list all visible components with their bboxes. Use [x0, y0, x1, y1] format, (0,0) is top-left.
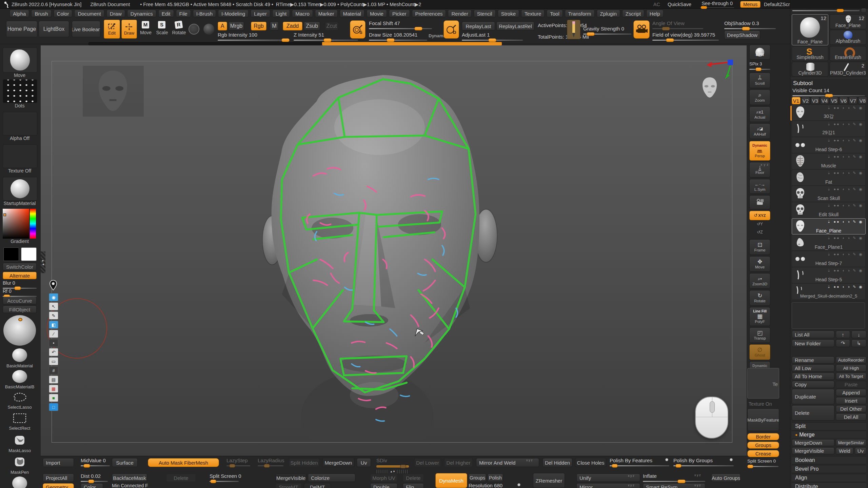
- zoom-button[interactable]: ⌕ Zoom: [749, 89, 770, 105]
- subtool-item-7-selected[interactable]: ⇣ ●● ◖ ◑ ✎ ◉ Face_Plane: [792, 218, 866, 235]
- del-all-button[interactable]: Del All: [836, 413, 866, 421]
- rotate3d-button[interactable]: ↻ Rotate: [749, 290, 770, 306]
- menu-preferences[interactable]: Preferences: [412, 10, 446, 17]
- delete-subtool-button[interactable]: Delete: [792, 405, 834, 421]
- brush-pin-icon[interactable]: [49, 280, 57, 291]
- local-y-button[interactable]: ↺Y: [749, 222, 770, 226]
- left-tray-item-basicmaterialb[interactable]: BasicMaterialB: [3, 370, 37, 390]
- menu-tool[interactable]: Tool: [547, 10, 563, 17]
- obj-shadow-slider[interactable]: ObjShadow 0.3: [724, 20, 776, 29]
- border-button[interactable]: Border: [747, 433, 779, 440]
- tray-slider-end-button[interactable]: [861, 8, 866, 13]
- tab-v5[interactable]: V5: [830, 97, 839, 104]
- menu-imodeling[interactable]: I-Modeling: [218, 10, 249, 17]
- actual-button[interactable]: ⌕x1 Actual: [749, 106, 770, 122]
- polish-bottom-button[interactable]: Polish: [488, 474, 503, 482]
- move3d-button[interactable]: ✥ Move: [749, 256, 770, 272]
- accucurve-button[interactable]: AccuCurve: [3, 297, 37, 304]
- mask-by-feature-button[interactable]: MaskByFeature: [747, 409, 779, 431]
- quickpick-pm3d-cylinder3[interactable]: 2 PM3D_Cylinder3: [830, 62, 866, 77]
- mirror-xyz-hint[interactable]: x y z: [628, 484, 634, 487]
- lightbox-progress-bar[interactable]: [322, 42, 502, 45]
- all-to-home-button[interactable]: All To Home: [792, 373, 834, 380]
- visible-count-slider[interactable]: Visible Count 14: [792, 87, 865, 96]
- insert-button[interactable]: Insert: [836, 397, 866, 404]
- all-to-target-button[interactable]: All To Target: [836, 373, 866, 380]
- menu-render[interactable]: Render: [448, 10, 471, 17]
- bevel-pro-section[interactable]: Bevel Pro: [792, 465, 866, 472]
- menu-marker[interactable]: Marker: [315, 10, 338, 17]
- del-mt-button[interactable]: DelMT: [304, 483, 331, 488]
- subtool-item-2[interactable]: ⇣ ●● ◖ ◑ ✎ ◉ Head Step-6: [792, 137, 866, 153]
- texture-thumbnail[interactable]: Te: [747, 368, 779, 399]
- flip-button[interactable]: Flip: [403, 483, 424, 488]
- zoom3d-button[interactable]: ⌕▪ Zoom3D: [749, 273, 770, 289]
- quickpick-face-plane-selected[interactable]: 12 Face_Plane: [792, 14, 828, 45]
- dist-slider[interactable]: Dist 0.02: [81, 473, 108, 482]
- merge-down-button[interactable]: MergeDown: [792, 439, 834, 446]
- zremesher-button[interactable]: ZRemesher: [533, 473, 565, 488]
- midvalue-slider[interactable]: MidValue 0: [81, 458, 110, 466]
- groups-button[interactable]: Groups: [747, 442, 779, 449]
- left-tray-item-masklasso[interactable]: MaskLasso: [3, 433, 37, 453]
- rf-slider[interactable]: Rf 0: [3, 288, 37, 297]
- zadd-button[interactable]: Zadd: [283, 22, 302, 30]
- aahalf-button[interactable]: ⌕◪ AAHalf: [749, 123, 770, 139]
- secondary-color-swatch[interactable]: [21, 247, 37, 261]
- list-all-button[interactable]: List All: [792, 331, 834, 338]
- menu-dynamics[interactable]: Dynamics: [127, 10, 156, 17]
- menu-macro[interactable]: Macro: [292, 10, 313, 17]
- menu-material[interactable]: Material: [340, 10, 364, 17]
- blue-swatch-icon[interactable]: □: [49, 403, 58, 411]
- zsub-button[interactable]: Zsub: [304, 22, 320, 30]
- menu-document[interactable]: Document: [74, 10, 104, 17]
- backface-mask-button[interactable]: BackfaceMask: [112, 474, 147, 482]
- local-z-button[interactable]: ↺Z: [749, 230, 770, 235]
- merge-down-bottom-button[interactable]: MergeDown: [322, 458, 355, 467]
- live-boolean-button[interactable]: Live Boolean: [72, 21, 100, 37]
- gravity-pencil-icon[interactable]: [567, 20, 580, 39]
- del-hidden-button[interactable]: Del Hidden: [542, 458, 572, 467]
- main-color-swatch[interactable]: [3, 247, 19, 261]
- quickpick-eraserbrush[interactable]: EraserBrush: [830, 46, 866, 61]
- menu-stroke[interactable]: Stroke: [498, 10, 519, 17]
- switch-color-button[interactable]: SwitchColor: [3, 263, 37, 270]
- smart-resym-xyz-hint[interactable]: x y z: [694, 484, 701, 487]
- tray-size-handle[interactable]: [836, 9, 844, 12]
- tab-v6[interactable]: V6: [839, 97, 848, 104]
- swatch-grid-icon[interactable]: ■: [49, 394, 58, 402]
- menu-movie[interactable]: Movie: [367, 10, 387, 17]
- mode-rgb-button[interactable]: Rgb: [251, 22, 267, 30]
- home-page-button[interactable]: Home Page: [6, 21, 37, 37]
- menu-ibrush[interactable]: I-Brush: [193, 10, 216, 17]
- sculpt-head[interactable]: [261, 64, 519, 441]
- palette-icon[interactable]: ▦: [49, 385, 58, 393]
- subtool-down-button[interactable]: ↓: [851, 331, 866, 338]
- orientation-head[interactable]: [698, 73, 722, 103]
- uv-button[interactable]: Uv: [855, 447, 866, 454]
- tab-v4[interactable]: V4: [820, 97, 829, 104]
- delete-icon[interactable]: ▭: [49, 357, 58, 365]
- surface-button[interactable]: Surface: [112, 458, 138, 467]
- rgb-intensity-slider[interactable]: Rgb Intensity 100: [218, 32, 290, 41]
- min-connected-slider[interactable]: Min Connected F: [112, 483, 147, 488]
- clipboard-icon[interactable]: ▤: [49, 375, 58, 384]
- tab-v8[interactable]: V8: [858, 97, 867, 104]
- menu-brush[interactable]: Brush: [31, 10, 51, 17]
- fill-icon[interactable]: ◧: [49, 321, 58, 329]
- resolution-toggle[interactable]: [517, 483, 520, 486]
- mode-a-button[interactable]: A: [218, 22, 227, 30]
- ghost-button[interactable]: ∅ Ghost: [749, 344, 770, 360]
- auto-groups-button[interactable]: Auto Groups: [711, 474, 741, 482]
- bpr-button[interactable]: BPR: [749, 45, 770, 60]
- left-tray-item-stroke-dots[interactable]: Dots: [3, 79, 37, 108]
- menu-color[interactable]: Color: [54, 10, 73, 17]
- pen-icon[interactable]: ✎: [49, 311, 58, 320]
- uv-bottom-button[interactable]: Uv: [357, 458, 371, 467]
- eye-icon[interactable]: ◉: [49, 293, 58, 301]
- draw-button[interactable]: Draw: [121, 20, 137, 39]
- menu-transform[interactable]: Transform: [565, 10, 595, 17]
- color-bottom-button[interactable]: Color: [81, 483, 103, 488]
- merge-visible-bottom-button[interactable]: MergeVisible: [275, 474, 307, 482]
- frame-icon[interactable]: #: [49, 366, 58, 374]
